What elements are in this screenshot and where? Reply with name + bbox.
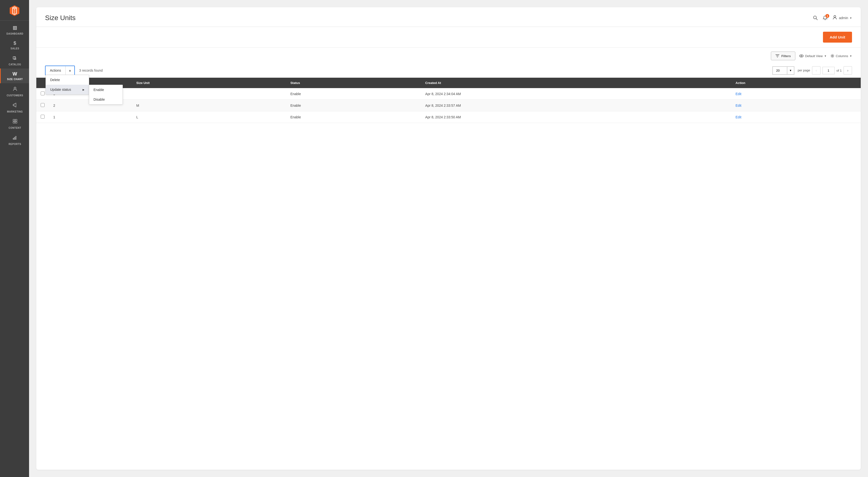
add-unit-button[interactable]: Add Unit xyxy=(823,32,852,43)
table-row: 3 Enable Apr 8, 2024 2:34:04 AM Edit xyxy=(36,88,861,100)
svg-rect-11 xyxy=(16,136,16,139)
sidebar-item-label: SIZE CHART xyxy=(7,78,23,81)
enable-label: Enable xyxy=(93,88,104,92)
sidebar-item-customers[interactable]: CUSTOMERS xyxy=(0,83,29,99)
table-container: ID Size Unit Status Created At Action 3 … xyxy=(36,78,861,128)
row-edit-link[interactable]: Edit xyxy=(736,92,741,96)
prev-page-button[interactable]: ‹ xyxy=(812,66,820,74)
search-icon xyxy=(813,15,818,21)
size-chart-icon: W xyxy=(12,71,17,76)
actions-dropdown-chevron-icon: ▲ xyxy=(68,69,71,72)
update-status-label: Update status xyxy=(50,88,71,92)
submenu-chevron-right-icon: ▶ xyxy=(83,88,85,91)
sidebar-item-reports[interactable]: REPORTS xyxy=(0,132,29,148)
sidebar-item-label: DASHBOARD xyxy=(6,32,24,35)
update-status-submenu: Enable Disable xyxy=(89,85,123,105)
page-number-input[interactable]: 1 xyxy=(823,67,835,74)
row-checkbox[interactable] xyxy=(41,92,44,95)
next-page-button[interactable]: › xyxy=(843,66,852,74)
row-edit-link[interactable]: Edit xyxy=(736,104,741,107)
view-label: Default View xyxy=(805,54,823,58)
actions-delete-item[interactable]: Delete xyxy=(46,75,89,85)
columns-chevron-icon: ▼ xyxy=(849,55,852,57)
records-found: 3 records found xyxy=(79,68,768,72)
row-size-unit: L xyxy=(132,111,286,123)
row-created-at: Apr 8, 2024 2:33:50 AM xyxy=(421,111,731,123)
svg-rect-6 xyxy=(15,119,17,121)
notification-button[interactable]: 1 xyxy=(823,15,828,21)
per-page-select: 20 ▼ per page xyxy=(772,66,810,75)
svg-rect-5 xyxy=(13,119,15,121)
per-page-value: 20 xyxy=(773,67,787,74)
per-page-dropdown-button[interactable]: ▼ xyxy=(787,67,794,74)
per-page-chevron-icon: ▼ xyxy=(789,69,792,72)
columns-label: Columns xyxy=(836,54,848,58)
svg-rect-10 xyxy=(14,137,15,139)
delete-label: Delete xyxy=(50,78,60,82)
filters-button[interactable]: Filters xyxy=(771,52,795,60)
sales-icon: $ xyxy=(13,41,17,45)
sidebar-item-content[interactable]: CONTENT xyxy=(0,116,29,132)
columns-button[interactable]: Columns ▼ xyxy=(831,54,852,58)
sidebar-item-label: SALES xyxy=(11,47,20,50)
sidebar-item-size-chart[interactable]: W SIZE CHART xyxy=(0,68,29,83)
default-view-button[interactable]: Default View ▼ xyxy=(799,54,827,58)
svg-point-14 xyxy=(834,15,836,18)
admin-label: admin xyxy=(839,16,848,20)
catalog-icon xyxy=(12,56,18,62)
actions-update-status-item[interactable]: Update status ▶ Enable Disable xyxy=(46,85,89,94)
magento-logo-icon xyxy=(8,4,21,17)
admin-chevron-icon: ▼ xyxy=(849,17,852,20)
row-size-unit xyxy=(132,88,286,100)
main-content: Size Units 1 admin ▼ Ad xyxy=(29,0,868,477)
disable-item[interactable]: Disable xyxy=(89,95,123,104)
filters-label: Filters xyxy=(781,54,791,58)
col-size-unit: Size Unit xyxy=(132,78,286,88)
actions-row: Actions ▲ Delete Update status ▶ xyxy=(36,63,861,78)
row-action: Edit xyxy=(731,88,861,100)
actions-dropdown-button[interactable]: ▲ xyxy=(65,66,74,75)
row-size-unit: M xyxy=(132,100,286,111)
svg-point-16 xyxy=(801,56,802,57)
prev-page-icon: ‹ xyxy=(816,68,817,72)
header-actions: 1 admin ▼ xyxy=(813,14,852,21)
enable-item[interactable]: Enable xyxy=(89,85,123,95)
sidebar-item-label: MARKETING xyxy=(7,110,23,113)
admin-menu-button[interactable]: admin ▼ xyxy=(832,14,852,21)
sidebar-item-sales[interactable]: $ SALES xyxy=(0,38,29,53)
content-card: Size Units 1 admin ▼ Ad xyxy=(36,7,861,470)
gear-icon xyxy=(831,54,834,58)
svg-point-17 xyxy=(832,56,833,57)
view-chevron-icon: ▼ xyxy=(824,55,827,57)
admin-avatar-icon xyxy=(832,14,837,21)
pagination: 20 ▼ per page ‹ 1 of 1 › xyxy=(772,66,852,75)
per-page-label: per page xyxy=(798,66,810,75)
sidebar: ⊞ DASHBOARD $ SALES CATALOG W SIZE CHART… xyxy=(0,0,29,477)
filter-icon xyxy=(775,54,779,58)
sidebar-item-marketing[interactable]: MARKETING xyxy=(0,99,29,116)
sidebar-item-dashboard[interactable]: ⊞ DASHBOARD xyxy=(0,23,29,38)
row-edit-link[interactable]: Edit xyxy=(736,115,741,119)
row-checkbox[interactable] xyxy=(41,115,44,118)
notification-badge: 1 xyxy=(826,14,829,18)
svg-point-15 xyxy=(800,55,803,57)
col-created-at: Created At xyxy=(421,78,731,88)
svg-line-13 xyxy=(816,19,817,20)
eye-icon xyxy=(799,54,804,58)
sidebar-item-label: REPORTS xyxy=(9,143,21,146)
row-checkbox-cell xyxy=(36,100,49,111)
row-action: Edit xyxy=(731,111,861,123)
disable-label: Disable xyxy=(93,98,105,101)
actions-label: Actions xyxy=(45,66,65,75)
svg-rect-7 xyxy=(13,122,15,123)
table-row: 2 M Enable Apr 8, 2024 2:33:57 AM Edit xyxy=(36,100,861,111)
sidebar-item-label: CATALOG xyxy=(9,63,21,66)
marketing-icon xyxy=(12,102,18,109)
row-checkbox[interactable] xyxy=(41,103,44,107)
data-table: ID Size Unit Status Created At Action 3 … xyxy=(36,78,861,123)
row-created-at: Apr 8, 2024 2:33:57 AM xyxy=(421,100,731,111)
table-row: 1 L Enable Apr 8, 2024 2:33:50 AM Edit xyxy=(36,111,861,123)
sidebar-item-catalog[interactable]: CATALOG xyxy=(0,53,29,68)
page-title: Size Units xyxy=(45,14,75,22)
search-button[interactable] xyxy=(813,15,818,21)
